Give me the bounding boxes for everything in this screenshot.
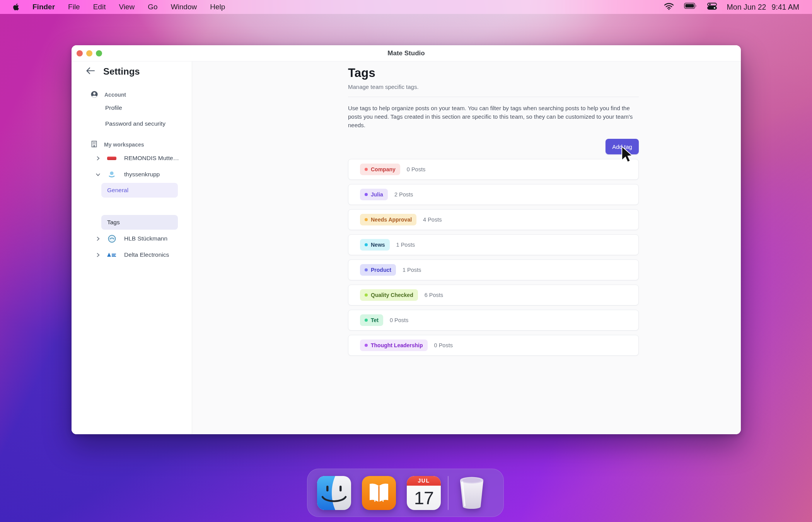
- menu-item-go[interactable]: Go: [148, 3, 157, 11]
- chevron-right-icon[interactable]: [95, 252, 101, 258]
- sidebar-workspace-delta[interactable]: Delta Electronics: [95, 250, 192, 259]
- menu-item-finder[interactable]: Finder: [32, 3, 55, 11]
- battery-icon[interactable]: [684, 3, 697, 11]
- chevron-right-icon[interactable]: [95, 156, 101, 161]
- menu-item-file[interactable]: File: [68, 3, 80, 11]
- tag-row-thought-leadership[interactable]: Thought Leadership 0 Posts: [348, 335, 639, 356]
- account-section-label: Account: [104, 92, 126, 98]
- chevron-down-icon[interactable]: [95, 172, 101, 177]
- menu-item-edit[interactable]: Edit: [93, 3, 106, 11]
- tag-label: Needs Approval: [371, 217, 412, 223]
- window-titlebar[interactable]: Mate Studio: [72, 45, 741, 61]
- tag-row-julia[interactable]: Julia 2 Posts: [348, 184, 639, 205]
- workspace-name: REMONDIS Mutte…: [124, 155, 179, 162]
- divider: [348, 97, 639, 97]
- tag-post-count: 1 Posts: [396, 242, 415, 248]
- tag-color-dot: [365, 243, 368, 246]
- thyssenkrupp-logo: [106, 170, 117, 179]
- books-dock-icon[interactable]: [362, 476, 396, 510]
- calendar-dock-icon[interactable]: JUL 17: [407, 476, 441, 510]
- tag-color-dot: [365, 218, 368, 221]
- remondis-logo: [106, 157, 117, 160]
- tag-row-news[interactable]: News 1 Posts: [348, 234, 639, 255]
- tag-color-dot: [365, 193, 368, 196]
- delta-logo: [106, 252, 117, 258]
- sidebar-title: Settings: [103, 66, 140, 77]
- chevron-right-icon[interactable]: [95, 236, 101, 241]
- sidebar-workspace-remondis[interactable]: REMONDIS Mutte…: [95, 154, 192, 163]
- tags-panel: Tags Manage team specific tags. Use tags…: [192, 61, 741, 434]
- control-center-icon[interactable]: [707, 3, 717, 12]
- hlb-logo: [106, 235, 117, 243]
- sidebar-item-general[interactable]: General: [101, 183, 178, 198]
- zoom-button[interactable]: [96, 50, 102, 56]
- tag-color-dot: [365, 344, 368, 347]
- tag-color-dot: [365, 319, 368, 322]
- tag-color-dot: [365, 293, 368, 297]
- menu-time: 9:41 AM: [771, 3, 799, 12]
- dock: JUL 17: [307, 469, 504, 517]
- apple-menu-icon[interactable]: [13, 3, 19, 11]
- menu-items: Finder File Edit View Go Window Help: [32, 3, 225, 11]
- tags-description: Use tags to help organize posts on your …: [348, 104, 639, 130]
- tag-row-company[interactable]: Company 0 Posts: [348, 159, 639, 180]
- tag-pill: Quality Checked: [360, 289, 418, 301]
- trash-dock-icon[interactable]: [455, 476, 489, 510]
- tag-label: Thought Leadership: [371, 342, 423, 348]
- page-title: Tags: [348, 66, 639, 80]
- tag-post-count: 6 Posts: [425, 292, 443, 298]
- tag-row-tet[interactable]: Tet 0 Posts: [348, 310, 639, 331]
- menu-clock[interactable]: Mon Jun 22 9:41 AM: [727, 3, 799, 12]
- wifi-icon[interactable]: [664, 2, 674, 12]
- sidebar-workspace-thyssenkrupp[interactable]: thyssenkrupp: [95, 170, 192, 179]
- workspace-name: Delta Electronics: [124, 251, 169, 258]
- tag-label: Tet: [371, 317, 379, 323]
- tag-label: Quality Checked: [371, 292, 413, 298]
- app-window: Mate Studio Settings Account Profile Pas…: [72, 45, 741, 434]
- workspace-name: thyssenkrupp: [124, 171, 160, 178]
- tag-color-dot: [365, 268, 368, 271]
- tag-pill: News: [360, 239, 390, 251]
- tag-color-dot: [365, 168, 368, 171]
- tag-pill: Company: [360, 164, 400, 175]
- tag-post-count: 2 Posts: [394, 191, 413, 198]
- menu-item-window[interactable]: Window: [171, 3, 197, 11]
- tag-label: Product: [371, 267, 391, 273]
- add-tag-button[interactable]: Add tag: [606, 139, 639, 154]
- window-title: Mate Studio: [387, 49, 425, 57]
- menu-item-view[interactable]: View: [119, 3, 135, 11]
- tag-row-needs-approval[interactable]: Needs Approval 4 Posts: [348, 209, 639, 230]
- tag-pill: Thought Leadership: [360, 339, 428, 351]
- tag-label: Company: [371, 166, 396, 172]
- dock-separator: [448, 476, 449, 510]
- settings-sidebar: Settings Account Profile Password and se…: [72, 61, 192, 434]
- tag-pill: Tet: [360, 314, 383, 326]
- tag-pill: Product: [360, 264, 396, 276]
- tag-row-quality-checked[interactable]: Quality Checked 6 Posts: [348, 285, 639, 305]
- back-arrow-icon[interactable]: [85, 67, 96, 77]
- sidebar-item-tags[interactable]: Tags: [101, 215, 178, 230]
- calendar-month: JUL: [407, 476, 441, 486]
- menu-date: Mon Jun 22: [727, 3, 766, 12]
- minimize-button[interactable]: [86, 50, 92, 56]
- menu-item-help[interactable]: Help: [210, 3, 225, 11]
- tag-pill: Needs Approval: [360, 214, 416, 225]
- workspaces-section-header: My workspaces: [90, 140, 192, 149]
- building-icon: [90, 140, 98, 149]
- workspaces-section-label: My workspaces: [104, 142, 144, 148]
- tag-label: Julia: [371, 191, 383, 198]
- calendar-day: 17: [407, 486, 441, 510]
- close-button[interactable]: [77, 50, 83, 56]
- finder-dock-icon[interactable]: [317, 476, 351, 510]
- sidebar-item-password[interactable]: Password and security: [105, 119, 192, 128]
- tag-list: Company 0 Posts Julia 2 Posts Needs Appr…: [348, 159, 639, 356]
- page-subtitle: Manage team specific tags.: [348, 84, 639, 90]
- tag-post-count: 0 Posts: [407, 166, 425, 172]
- sidebar-item-profile[interactable]: Profile: [105, 103, 192, 113]
- tag-post-count: 0 Posts: [434, 342, 453, 348]
- tag-row-product[interactable]: Product 1 Posts: [348, 259, 639, 280]
- sidebar-workspace-hlb[interactable]: HLB Stückmann: [95, 234, 192, 243]
- tag-pill: Julia: [360, 189, 388, 200]
- tag-post-count: 0 Posts: [390, 317, 408, 323]
- menu-bar: Finder File Edit View Go Window Help: [0, 0, 812, 14]
